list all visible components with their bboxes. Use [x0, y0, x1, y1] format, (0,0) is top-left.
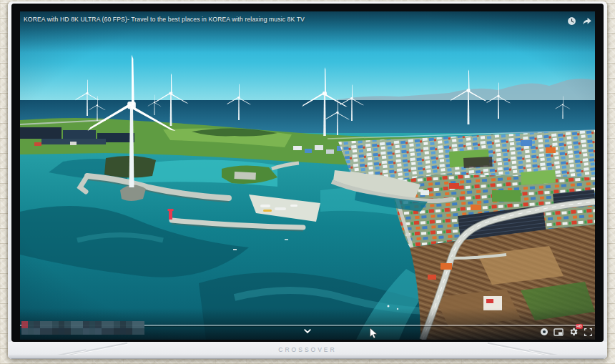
fullscreen-icon[interactable]: [584, 328, 593, 337]
monitor-bottom-bezel: CROSSOVER: [8, 342, 607, 359]
watch-later-icon[interactable]: [567, 16, 576, 26]
screen-bezel: KOREA with HD 8K ULTRA (60 FPS)- Travel …: [11, 4, 604, 342]
blurred-controls: [21, 321, 144, 335]
quality-badge: HD: [576, 324, 583, 329]
monitor-frame: KOREA with HD 8K ULTRA (60 FPS)- Travel …: [8, 1, 607, 359]
chevron-down-icon[interactable]: [304, 329, 311, 334]
share-icon[interactable]: [582, 16, 592, 26]
video-title: KOREA with HD 8K ULTRA (60 FPS)- Travel …: [24, 16, 305, 23]
settings-button[interactable]: HD: [569, 327, 579, 337]
bezel-accent-line: [35, 349, 86, 359]
bezel-accent-line: [488, 343, 556, 357]
video-scene: [20, 11, 595, 340]
miniplayer-icon[interactable]: [554, 328, 564, 336]
bottom-right-controls: HD: [540, 327, 593, 337]
bezel-accent-line: [528, 349, 579, 359]
scene-stage: KOREA with HD 8K ULTRA (60 FPS)- Travel …: [0, 0, 615, 364]
top-right-controls: [567, 16, 592, 26]
monitor-brand-label: CROSSOVER: [278, 346, 336, 353]
mouse-cursor: [370, 328, 378, 339]
video-player[interactable]: KOREA with HD 8K ULTRA (60 FPS)- Travel …: [20, 11, 595, 340]
autoplay-icon[interactable]: [540, 328, 548, 336]
bezel-accent-line: [60, 343, 128, 357]
